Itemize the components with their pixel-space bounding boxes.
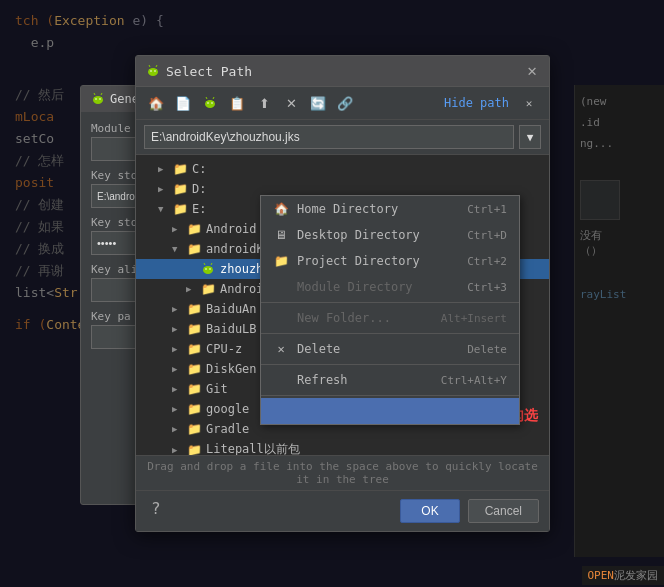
desktop-toolbar-button[interactable]: 📄 (171, 92, 195, 114)
svg-point-2 (95, 98, 97, 100)
ctx-module-label: Module Directory (297, 280, 459, 294)
svg-line-10 (149, 65, 150, 67)
ctx-item-newfolder: New Folder... Alt+Insert (261, 305, 519, 331)
ctx-item-show-hidden[interactable] (261, 398, 519, 424)
project-ctx-icon: 📁 (273, 253, 289, 269)
ctx-project-label: Project Directory (297, 254, 459, 268)
refresh-ctx-icon (273, 372, 289, 388)
ctx-desktop-shortcut: Ctrl+D (467, 229, 507, 242)
svg-point-15 (211, 102, 213, 104)
ctx-desktop-label: Desktop Directory (297, 228, 459, 242)
ctx-separator-3 (261, 364, 519, 365)
refresh-toolbar-button[interactable]: 🔄 (306, 92, 330, 114)
svg-point-21 (209, 268, 211, 270)
folder-icon: 📁 (186, 442, 202, 456)
watermark-suffix: 泥发家园 (614, 569, 658, 582)
dialog-buttons: ? OK Cancel (136, 490, 549, 531)
module-ctx-icon (273, 279, 289, 295)
ctx-item-desktop[interactable]: 🖥 Desktop Directory Ctrl+D (261, 222, 519, 248)
folder-icon: 📁 (186, 241, 202, 257)
ctx-newfolder-label: New Folder... (297, 311, 433, 325)
svg-line-5 (101, 93, 102, 95)
folder-icon: 📁 (172, 161, 188, 177)
dialog-title-bar: Select Path ✕ (136, 56, 549, 87)
ctx-home-shortcut: Ctrl+1 (467, 203, 507, 216)
svg-line-17 (213, 97, 214, 99)
android-icon (91, 92, 105, 106)
home-toolbar-button[interactable]: 🏠 (144, 92, 168, 114)
folder-icon: 📁 (186, 221, 202, 237)
svg-line-4 (94, 93, 95, 95)
delete-ctx-icon: ✕ (273, 341, 289, 357)
folder-icon: 📁 (186, 321, 202, 337)
svg-rect-1 (94, 97, 102, 102)
svg-line-11 (156, 65, 157, 67)
dialog-title-text: Select Path (166, 64, 252, 79)
svg-line-22 (204, 263, 205, 265)
watermark-prefix: OPEN (588, 569, 615, 582)
android-title-icon (146, 64, 160, 78)
dialog-title-left: Select Path (146, 64, 252, 79)
drag-hint: Drag and drop a file into the space abov… (136, 455, 549, 490)
svg-point-3 (99, 98, 101, 100)
show-hidden-ctx-icon (273, 403, 289, 419)
ctx-item-home[interactable]: 🏠 Home Directory Ctrl+1 (261, 196, 519, 222)
ctx-home-label: Home Directory (297, 202, 459, 216)
svg-line-16 (206, 97, 207, 99)
ctx-item-refresh[interactable]: Refresh Ctrl+Alt+Y (261, 367, 519, 393)
dialog-toolbar: 🏠 📄 📋 ⬆ ✕ 🔄 🔗 Hide path ✕ (136, 87, 549, 120)
home-ctx-icon: 🏠 (273, 201, 289, 217)
ctx-refresh-shortcut: Ctrl+Alt+Y (441, 374, 507, 387)
folder-icon: 📁 (186, 401, 202, 417)
folder-icon: 📁 (186, 361, 202, 377)
svg-point-9 (154, 70, 156, 72)
svg-point-8 (150, 70, 152, 72)
folder-icon: 📁 (186, 381, 202, 397)
tree-item-c[interactable]: ▶ 📁 C: (136, 159, 549, 179)
path-input[interactable] (144, 125, 514, 149)
ok-button[interactable]: OK (400, 499, 459, 523)
tree-item-litepal[interactable]: ▶ 📁 Litepall以前包 (136, 439, 549, 455)
desktop-ctx-icon: 🖥 (273, 227, 289, 243)
ctx-newfolder-shortcut: Alt+Insert (441, 312, 507, 325)
help-button[interactable]: ? (151, 499, 161, 523)
folder-icon: 📁 (186, 421, 202, 437)
context-menu: 🏠 Home Directory Ctrl+1 🖥 Desktop Direct… (260, 195, 520, 425)
svg-point-20 (205, 268, 207, 270)
watermark: OPEN泥发家园 (582, 566, 665, 585)
svg-rect-7 (149, 69, 157, 74)
svg-point-14 (207, 102, 209, 104)
android-toolbar-button[interactable] (198, 92, 222, 114)
up-toolbar-button[interactable]: ⬆ (252, 92, 276, 114)
ctx-separator-2 (261, 333, 519, 334)
folder-icon: 📁 (172, 181, 188, 197)
folder-icon: 📁 (186, 341, 202, 357)
file-icon (200, 261, 216, 277)
svg-rect-13 (206, 101, 214, 106)
path-row: ▼ (136, 120, 549, 155)
ctx-item-delete[interactable]: ✕ Delete Delete (261, 336, 519, 362)
folder-icon: 📁 (172, 201, 188, 217)
svg-line-23 (211, 263, 212, 265)
link-toolbar-button[interactable]: 🔗 (333, 92, 357, 114)
folder-icon: 📁 (200, 281, 216, 297)
module-toolbar-button[interactable]: 📋 (225, 92, 249, 114)
hide-path-button[interactable]: Hide path (444, 96, 509, 110)
delete-toolbar-button[interactable]: ✕ (279, 92, 303, 114)
ctx-separator-4 (261, 395, 519, 396)
path-dropdown-button[interactable]: ▼ (519, 125, 541, 149)
ctx-separator-1 (261, 302, 519, 303)
folder-icon: 📁 (186, 301, 202, 317)
ctx-item-project[interactable]: 📁 Project Directory Ctrl+2 (261, 248, 519, 274)
newfolder-ctx-icon (273, 310, 289, 326)
ctx-module-shortcut: Ctrl+3 (467, 281, 507, 294)
cancel-button[interactable]: Cancel (468, 499, 539, 523)
ctx-project-shortcut: Ctrl+2 (467, 255, 507, 268)
svg-rect-19 (204, 267, 212, 272)
ctx-delete-label: Delete (297, 342, 459, 356)
ctx-item-module: Module Directory Ctrl+3 (261, 274, 519, 300)
collapse-button[interactable]: ✕ (517, 92, 541, 114)
dialog-close-button[interactable]: ✕ (525, 63, 539, 79)
ctx-delete-shortcut: Delete (467, 343, 507, 356)
ctx-refresh-label: Refresh (297, 373, 433, 387)
